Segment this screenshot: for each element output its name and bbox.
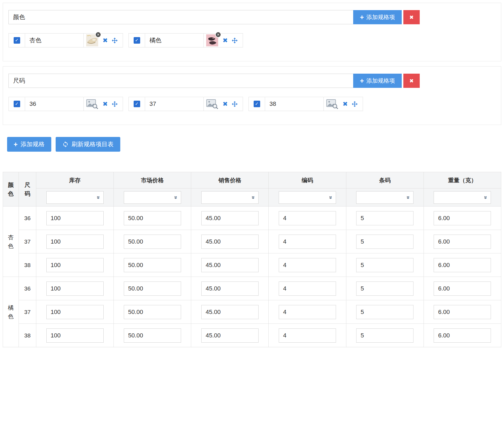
stock-input[interactable] [46,235,104,249]
spec-item-checkbox[interactable]: ✓ [9,34,25,47]
batch-fill-input-barcode[interactable] [356,191,404,203]
market-price-input[interactable] [124,258,181,272]
spec-item-checkbox[interactable]: ✓ [129,34,145,47]
code-input[interactable] [279,258,336,272]
add-spec-label: 添加规格 [21,140,45,148]
sale-price-input[interactable] [201,235,259,249]
row-size-label: 37 [19,300,36,324]
move-spec-item-icon[interactable] [231,101,238,107]
weight-input[interactable] [434,211,491,225]
weight-input[interactable] [434,305,491,319]
sale-price-input[interactable] [201,328,259,343]
batch-fill-input-stock[interactable] [47,191,94,203]
sale-price-input[interactable] [201,305,259,319]
apply-batch-chevron-icon[interactable]: » [483,193,489,202]
weight-input[interactable] [434,235,491,249]
add-spec-button[interactable]: + 添加规格 [7,137,51,152]
spec-item-checkbox[interactable]: ✓ [129,97,145,111]
spec-item-name-input[interactable] [145,97,204,111]
delete-spec-item-icon[interactable]: ✖ [343,101,348,107]
batch-fill-input-sale-price[interactable] [202,191,249,203]
apply-batch-chevron-icon[interactable]: » [95,193,102,202]
spec-item-name-input[interactable] [25,97,84,111]
market-price-input[interactable] [124,305,181,319]
remove-image-badge-icon[interactable]: ✕ [95,32,101,38]
batch-fill-group: » [279,191,336,204]
barcode-input[interactable] [356,258,413,272]
stock-input[interactable] [46,328,104,343]
code-input[interactable] [279,305,336,319]
add-spec-item-button[interactable]: + 添加规格项 [353,10,402,24]
move-spec-item-icon[interactable] [111,101,118,107]
table-cell [114,206,191,230]
remove-image-badge-icon[interactable]: ✕ [215,32,221,38]
stock-input[interactable] [46,258,104,272]
barcode-input[interactable] [356,282,413,296]
barcode-input[interactable] [356,211,413,225]
batch-fill-input-code[interactable] [279,191,326,203]
spec-item-name-input[interactable] [145,34,204,47]
move-spec-item-icon[interactable] [231,37,238,44]
sale-price-input[interactable] [201,282,259,296]
market-price-input[interactable] [124,328,181,343]
stock-input[interactable] [46,282,104,296]
delete-spec-item-icon[interactable]: ✖ [223,37,228,44]
barcode-input[interactable] [356,235,413,249]
upload-image-icon[interactable] [86,99,98,109]
delete-spec-item-icon[interactable]: ✖ [103,37,108,44]
delete-spec-item-icon[interactable]: ✖ [103,101,108,107]
spec-item-checkbox[interactable]: ✓ [249,97,265,111]
row-size-label: 37 [19,230,36,253]
remove-spec-group-button[interactable]: ✖ [403,10,420,24]
spec-item-name-input[interactable] [265,97,324,111]
market-price-input[interactable] [124,282,181,296]
add-spec-item-button[interactable]: + 添加规格项 [353,74,402,88]
row-size-label: 36 [19,206,36,230]
code-input[interactable] [279,235,336,249]
table-cell [269,253,346,277]
batch-cell-barcode: » [346,188,424,206]
spec-item-image-orange[interactable]: ✕ [206,34,218,46]
market-price-input[interactable] [124,211,181,225]
table-cell [424,230,501,253]
batch-fill-input-market-price[interactable] [124,191,172,203]
barcode-input[interactable] [356,328,413,343]
table-cell [191,206,269,230]
batch-fill-group: » [201,191,259,204]
batch-cell-sale-price: » [191,188,269,206]
apply-batch-chevron-icon[interactable]: » [328,193,334,202]
remove-spec-group-button[interactable]: ✖ [403,74,420,88]
upload-image-icon[interactable] [326,99,338,109]
sku-row: 橘色 36 [3,277,501,300]
upload-image-icon[interactable] [206,99,218,109]
code-input[interactable] [279,211,336,225]
spec-item-name-input[interactable] [25,34,84,47]
apply-batch-chevron-icon[interactable]: » [405,193,412,202]
weight-input[interactable] [434,258,491,272]
delete-spec-item-icon[interactable]: ✖ [223,101,228,107]
code-input[interactable] [279,328,336,343]
refresh-spec-table-button[interactable]: 刷新规格项目表 [56,137,120,152]
move-spec-item-icon[interactable] [351,101,358,107]
apply-batch-chevron-icon[interactable]: » [250,193,257,202]
refresh-icon [62,141,69,148]
apply-batch-chevron-icon[interactable]: » [173,193,179,202]
stock-input[interactable] [46,305,104,319]
move-spec-item-icon[interactable] [111,37,118,44]
spec-name-input[interactable] [8,10,353,24]
weight-input[interactable] [434,282,491,296]
batch-cell-code: » [269,188,346,206]
stock-input[interactable] [46,211,104,225]
table-cell [191,324,269,347]
code-input[interactable] [279,282,336,296]
spec-item-image-apricot[interactable]: ✕ [86,34,98,46]
sale-price-input[interactable] [201,211,259,225]
weight-input[interactable] [434,328,491,343]
spec-name-input[interactable] [8,74,353,88]
sale-price-input[interactable] [201,258,259,272]
market-price-input[interactable] [124,235,181,249]
spec-item-checkbox[interactable]: ✓ [9,97,25,111]
spec-actions: + 添加规格 刷新规格项目表 [7,137,501,152]
batch-fill-input-weight[interactable] [434,191,481,203]
barcode-input[interactable] [356,305,413,319]
